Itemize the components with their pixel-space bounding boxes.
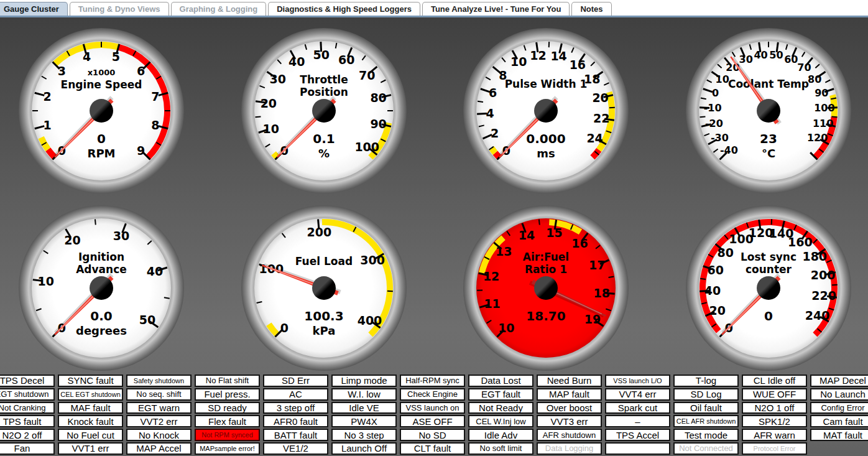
indicator-afr-warn: AFR warn: [742, 429, 807, 441]
gauge-title: Ratio 1: [525, 263, 567, 276]
indicator-not-cranking: Not Cranking: [0, 402, 55, 414]
gauge-scale-label: 6: [137, 64, 145, 78]
indicator-cel-w-inj-low: CEL W.Inj low: [468, 415, 533, 427]
indicator-wue-off: WUE OFF: [742, 388, 807, 401]
indicator-no-seq-shift: No seq. shift: [126, 388, 192, 401]
gauge-scale-label: 50: [769, 49, 783, 61]
indicator-launch-off: Launch Off: [331, 442, 397, 455]
gauge-scale-label: 6: [489, 86, 497, 100]
indicator-idle-adv: Idle Adv: [468, 429, 533, 441]
indicator-row: Not CrankingMAF faultEGT warnSD ready3 s…: [0, 402, 868, 414]
indicator-over-boost: Over boost: [537, 402, 602, 414]
gauge-tick: [832, 116, 838, 117]
gauge-scale-label: 1: [43, 118, 51, 132]
gauge-title-multiplier: x1000: [88, 68, 116, 77]
indicator-cl-idle-off: CL Idle off: [742, 375, 807, 387]
gauge-hub: [312, 276, 336, 300]
tab-notes[interactable]: Notes: [571, 2, 611, 16]
gauge-scale-label: 7: [151, 90, 159, 103]
gauge-hub: [757, 99, 780, 123]
indicator-vss-launch-l-o: VSS launch L/O: [605, 375, 670, 387]
indicator-ac: AC: [263, 388, 328, 401]
gauge-scale-label: 70: [797, 62, 811, 73]
indicator-cam-fault: Cam fault: [810, 415, 868, 427]
gauge-tick: [478, 101, 483, 102]
gauge-scale-label: 200: [811, 268, 836, 282]
gauge-scale-label: 18: [593, 286, 609, 300]
indicator-egt-fault: EGT fault: [468, 388, 533, 401]
gauge-title: Advance: [76, 263, 127, 276]
gauge-air-fuel-ratio-1[interactable]: 10111213141516171819Air:FuelRatio 118.70: [461, 203, 630, 373]
tab-tune-analyze-live-tune-for-you[interactable]: Tune Analyze Live! - Tune For You: [422, 2, 570, 16]
gauge-hub: [90, 276, 113, 300]
indicator-batt-fault: BATT fault: [263, 429, 328, 441]
gauge-scale-label: 160: [788, 235, 813, 249]
gauge-scale-label: 80: [718, 246, 734, 259]
gauge-scale-label: -40: [720, 144, 738, 156]
tab-gauge-cluster[interactable]: Gauge Cluster: [0, 2, 68, 16]
gauge-scale-label: 180: [802, 249, 827, 263]
gauge-engine-speed[interactable]: 0123456789x1000Engine Speed0RPM: [17, 26, 186, 195]
indicator-data-lost: Data Lost: [468, 375, 533, 387]
gauge-scale-label: 40: [288, 55, 304, 68]
gauge-scale-label: 10: [37, 274, 53, 288]
gauge-scale-label: 3: [58, 64, 66, 78]
gauge-color-band: [491, 148, 495, 153]
indicator-pw4x: PW4X: [331, 415, 397, 427]
indicator-3-step-off: 3 step off: [263, 402, 328, 414]
gauge-scale-label: 200: [307, 225, 331, 239]
gauge-value: 0.1: [313, 131, 335, 146]
indicator-t-log: T-log: [673, 375, 739, 387]
gauge-pulse-width-1[interactable]: 024681012141618202224Pulse Width 10.000m…: [461, 26, 630, 195]
gauge-scale-label: 30: [113, 229, 129, 243]
indicator-need-burn: Need Burn: [537, 375, 602, 387]
gauge-hub: [312, 99, 336, 123]
gauge-scale-label: 15: [546, 226, 562, 240]
gauge-ignition-advance[interactable]: 01020304050IgnitionAdvance0.0degrees: [17, 203, 186, 373]
gauge-hub: [757, 276, 780, 300]
gauge-value: 0: [764, 309, 773, 323]
tab-diagnostics-high-speed-loggers[interactable]: Diagnostics & High Speed Loggers: [268, 2, 420, 16]
gauge-tick: [164, 297, 170, 298]
gauge-scale-label: 400: [357, 314, 382, 327]
gauge-coolant-temp[interactable]: -40-30-20-100102030405060708090100110120…: [684, 26, 853, 195]
indicator-cel-egt-shutdown: CEL EGT shutdown: [58, 388, 123, 401]
gauge-scale-label: 4: [486, 106, 494, 120]
gauge-value: 0.000: [526, 131, 565, 146]
indicator-spk1-2: SPK1/2: [742, 415, 807, 427]
gauge-throttle-position[interactable]: 0102030405060708090100ThrottlePosition0.…: [239, 26, 409, 195]
gauge-scale-label: 60: [707, 263, 723, 277]
indicator-not-ready: Not Ready: [468, 402, 533, 414]
gauge-scale-label: 240: [805, 309, 830, 322]
indicator-not-rpm-synced: Not RPM synced: [195, 429, 260, 441]
gauge-tick: [700, 279, 706, 279]
gauge-scale-label: 90: [815, 87, 828, 99]
indicator-not-connected: Not Connected: [673, 442, 739, 455]
indicator-tps-decel: TPS Decel: [0, 375, 55, 387]
indicator-map-fault: MAP fault: [537, 388, 602, 401]
gauge-scale-label: 40: [754, 49, 767, 61]
indicator-check-engine: Check Engine: [400, 388, 465, 401]
gauge-title: counter: [746, 263, 792, 276]
gauge-fuel-load[interactable]: 0100200300400Fuel Load100.3kPa: [239, 203, 409, 373]
indicator-no-3-step: No 3 step: [331, 429, 397, 441]
indicator-mapsample-error: MAPsample error!: [195, 442, 260, 455]
indicator-no-knock: No Knock: [126, 429, 192, 441]
indicator-vvt1-err: VVT1 err: [58, 442, 123, 455]
tab-tuning-dyno-views[interactable]: Tuning & Dyno Views: [70, 2, 169, 16]
gauge-scale-label: 2: [43, 90, 51, 103]
gauge-scale-label: 16: [569, 58, 585, 72]
gauge-scale-label: 50: [139, 313, 155, 327]
gauge-title: Air:Fuel: [522, 251, 568, 263]
gauge-lost-sync-counter[interactable]: 020406080100120140160180200220240Lost sy…: [684, 203, 853, 373]
indicator-knock-fault: Knock fault: [58, 415, 123, 427]
indicator-sync-fault: SYNC fault: [58, 375, 123, 387]
indicator-sd-err: SD Err: [263, 375, 328, 387]
tab-graphing-logging[interactable]: Graphing & Logging: [171, 2, 267, 16]
gauge-scale-label: 100: [814, 102, 834, 114]
gauge-scale-label: 80: [808, 73, 821, 85]
gauge-scale-label: 9: [137, 144, 145, 157]
indicator-ase-off: ASE OFF: [400, 415, 465, 427]
indicator-flex-fault: Flex fault: [195, 415, 260, 427]
indicator-n2o-1-off: N2O 1 off: [742, 402, 807, 414]
